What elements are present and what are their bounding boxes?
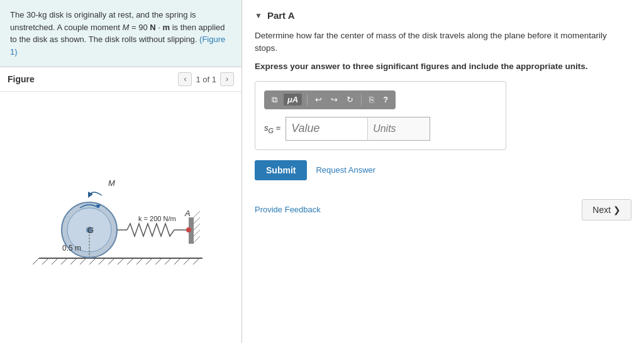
svg-line-11 xyxy=(127,258,133,264)
figure-canvas: G M 0.5 m xyxy=(0,92,242,343)
left-panel: The 30-kg disk is originally at rest, an… xyxy=(0,0,242,343)
figure-page-indicator: 1 of 1 xyxy=(196,75,216,84)
radius-label: 0.5 m xyxy=(62,244,81,253)
svg-line-16 xyxy=(174,258,180,264)
matrix-icon[interactable]: ⧉ xyxy=(269,94,280,106)
question-text: Determine how far the center of mass of … xyxy=(255,30,631,55)
next-button[interactable]: Next ❯ xyxy=(582,199,631,220)
request-answer-link[interactable]: Request Answer xyxy=(316,165,375,175)
svg-line-12 xyxy=(136,258,143,264)
svg-line-13 xyxy=(146,258,152,264)
help-icon[interactable]: ? xyxy=(380,94,391,106)
part-header: ▼ Part A xyxy=(255,10,631,21)
svg-line-30 xyxy=(194,236,200,242)
g-label: G xyxy=(87,226,94,235)
prev-figure-button[interactable]: ‹ xyxy=(178,72,192,86)
m-label: M xyxy=(108,178,115,188)
svg-line-3 xyxy=(52,258,58,264)
input-row: sG = xyxy=(264,117,497,141)
svg-line-9 xyxy=(108,258,114,264)
figure-illustration: G M 0.5 m xyxy=(26,161,215,274)
instruction-text: Express your answer to three significant… xyxy=(255,62,631,71)
svg-line-28 xyxy=(194,224,200,230)
svg-point-31 xyxy=(186,227,191,232)
keyboard-icon[interactable]: ⎘ xyxy=(367,94,377,106)
value-input[interactable] xyxy=(286,117,367,141)
k-label: k = 200 N/m xyxy=(138,215,176,222)
figure-link[interactable]: (Figure 1) xyxy=(10,35,225,57)
provide-feedback-link[interactable]: Provide Feedback xyxy=(255,205,321,214)
toolbar-divider-2 xyxy=(361,94,362,106)
bottom-row: Provide Feedback Next ❯ xyxy=(255,199,631,220)
figure-title: Figure xyxy=(8,74,35,84)
svg-line-2 xyxy=(42,258,48,264)
next-figure-button[interactable]: › xyxy=(220,72,234,86)
svg-line-15 xyxy=(165,258,171,264)
action-row: Submit Request Answer xyxy=(255,160,631,180)
svg-line-7 xyxy=(89,258,96,264)
collapse-arrow-icon[interactable]: ▼ xyxy=(255,11,262,20)
sg-label: sG = xyxy=(264,123,280,134)
undo-icon[interactable]: ↩ xyxy=(313,94,325,106)
reset-icon[interactable]: ↻ xyxy=(344,94,356,106)
figure-navigation: ‹ 1 of 1 › xyxy=(178,72,234,86)
submit-button[interactable]: Submit xyxy=(255,160,307,180)
figure-section: Figure ‹ 1 of 1 › xyxy=(0,67,242,343)
svg-line-8 xyxy=(99,258,105,264)
svg-line-6 xyxy=(80,258,86,264)
svg-line-1 xyxy=(33,258,39,264)
right-panel: ▼ Part A Determine how far the center of… xyxy=(242,0,644,343)
svg-line-27 xyxy=(194,217,200,224)
svg-line-5 xyxy=(70,258,77,264)
svg-line-29 xyxy=(194,230,200,236)
svg-line-10 xyxy=(118,258,124,264)
toolbar-divider-1 xyxy=(307,94,308,106)
problem-statement: The 30-kg disk is originally at rest, an… xyxy=(0,0,242,67)
svg-line-4 xyxy=(61,258,67,264)
part-label: Part A xyxy=(267,10,295,21)
figure-header: Figure ‹ 1 of 1 › xyxy=(0,67,242,92)
problem-text-content: The 30-kg disk is originally at rest, an… xyxy=(10,10,225,57)
svg-line-14 xyxy=(155,258,162,264)
answer-box: ⧉ μA ↩ ↪ ↻ ⎘ ? sG = xyxy=(255,81,506,150)
svg-line-26 xyxy=(194,211,200,217)
units-input[interactable] xyxy=(367,117,430,141)
answer-toolbar: ⧉ μA ↩ ↪ ↻ ⎘ ? xyxy=(264,90,396,109)
svg-line-18 xyxy=(193,258,199,264)
mu-icon[interactable]: μA xyxy=(284,94,302,106)
a-label: A xyxy=(184,209,191,218)
redo-icon[interactable]: ↪ xyxy=(328,94,340,106)
svg-line-17 xyxy=(184,258,190,264)
